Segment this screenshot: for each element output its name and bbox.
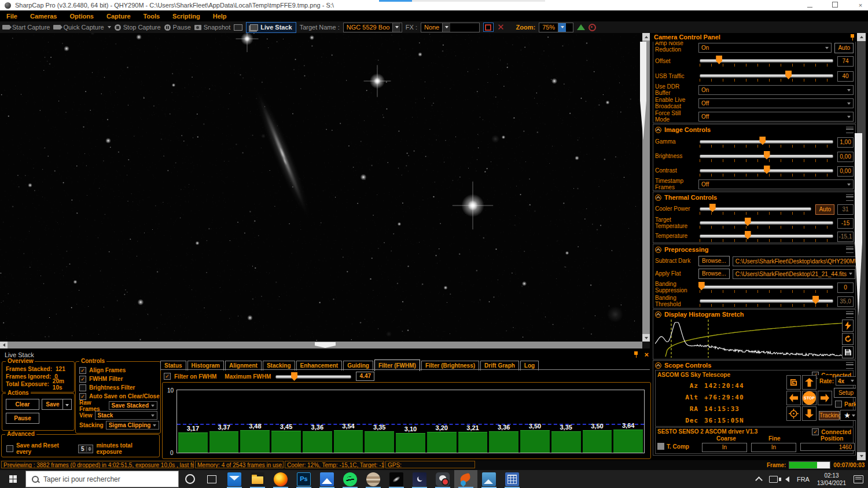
menu-item[interactable]: Help xyxy=(207,13,233,20)
menu-item[interactable]: Options xyxy=(63,13,100,20)
apply-flat-browse-button[interactable]: Browse... xyxy=(698,269,730,279)
collapse-icon[interactable] xyxy=(655,127,661,133)
gamma-slider[interactable] xyxy=(698,137,834,148)
save-dropdown-button[interactable] xyxy=(62,399,72,410)
pin-icon[interactable] xyxy=(850,34,855,41)
stack-option-select[interactable]: Stack xyxy=(95,411,157,420)
offset-value[interactable]: 74 xyxy=(837,56,854,67)
menu-icon[interactable] xyxy=(846,311,854,318)
stack-option-select[interactable]: Sigma Clipping xyxy=(106,421,160,430)
target-temperature-slider[interactable] xyxy=(698,218,834,229)
contrast-slider[interactable] xyxy=(698,166,834,177)
tcomp-checkbox[interactable]: T. Comp xyxy=(657,443,689,450)
cortana-button[interactable] xyxy=(179,470,201,488)
slew-up-button[interactable] xyxy=(802,375,816,390)
rate-select[interactable]: 4x xyxy=(836,376,856,386)
menu-icon[interactable] xyxy=(846,127,854,133)
menu-icon[interactable] xyxy=(846,362,854,369)
live-stack-button[interactable]: Live Stack xyxy=(246,22,296,33)
scroll-left-icon[interactable] xyxy=(0,342,8,348)
image-vertical-scrollbar[interactable] xyxy=(642,33,650,342)
menu-icon[interactable] xyxy=(846,195,854,201)
fine-in-button[interactable]: In xyxy=(751,443,796,452)
subtract-dark-browse-button[interactable]: Browse... xyxy=(698,256,730,266)
contrast-value[interactable]: 0,00 xyxy=(837,166,854,177)
taskbar-app-sharpcap[interactable] xyxy=(454,470,477,488)
cooler-power-slider[interactable] xyxy=(698,204,812,215)
taskbar-app-planet[interactable] xyxy=(362,470,385,488)
panel-scrollbar[interactable] xyxy=(857,33,866,460)
brightness-slider[interactable] xyxy=(698,151,834,163)
goto-star-button[interactable]: ★ xyxy=(840,410,856,421)
menu-item[interactable]: Scripting xyxy=(166,13,207,20)
cooler-auto-button[interactable]: Auto xyxy=(815,204,834,215)
maximum-fwhm-slider[interactable] xyxy=(274,372,352,381)
roi-select-button[interactable] xyxy=(483,23,494,32)
scroll-up-icon[interactable] xyxy=(857,33,866,41)
slew-stop-button[interactable]: STOP xyxy=(802,391,816,405)
collapse-icon[interactable] xyxy=(655,311,661,318)
tray-expand-icon[interactable] xyxy=(755,476,763,484)
image-horizontal-scrollbar[interactable] xyxy=(0,342,650,348)
collapse-icon[interactable] xyxy=(655,362,661,369)
language-indicator[interactable]: FRA xyxy=(797,476,810,483)
live-broadcast-select[interactable]: Off xyxy=(698,98,854,108)
maximize-button[interactable] xyxy=(831,2,839,9)
save-reset-checkbox[interactable] xyxy=(6,445,13,452)
banding-suppression-slider[interactable] xyxy=(698,282,834,293)
auto-stretch-button[interactable] xyxy=(842,320,854,332)
stack-option-checkbox[interactable]: Brightness Filter xyxy=(76,383,160,392)
minutes-stepper[interactable]: 5 xyxy=(78,445,94,453)
notification-center-icon[interactable] xyxy=(854,475,863,483)
clear-roi-button[interactable]: ✕ xyxy=(497,23,505,31)
scroll-down-icon[interactable] xyxy=(857,452,866,460)
maximum-fwhm-value[interactable]: 4.47 xyxy=(356,372,374,381)
taskbar-app-photos[interactable] xyxy=(315,470,339,488)
pause-stack-button[interactable]: Pause xyxy=(6,413,39,424)
scrollbar-thumb[interactable] xyxy=(315,342,336,348)
zoom-select[interactable]: 75% xyxy=(539,23,573,32)
stop-capture-button[interactable]: Stop Capture xyxy=(115,24,161,31)
target-name-select[interactable]: NGC 5529 Boo xyxy=(343,23,402,32)
coarse-in-button[interactable]: In xyxy=(702,443,747,452)
minimize-button[interactable] xyxy=(806,2,814,9)
snapshot-button[interactable]: Snapshot xyxy=(194,24,230,31)
usb-traffic-slider[interactable] xyxy=(698,71,834,82)
park-checkbox[interactable]: Park xyxy=(835,401,856,408)
amp-noise-select[interactable]: On xyxy=(698,43,832,53)
spiral-search-button[interactable] xyxy=(786,375,801,390)
slew-down-button[interactable] xyxy=(802,406,816,421)
slew-right-button[interactable] xyxy=(818,391,832,405)
speaker-icon[interactable] xyxy=(785,476,789,482)
taskbar-app-spotify[interactable] xyxy=(339,470,362,488)
menu-icon[interactable] xyxy=(846,247,854,253)
histogram-plot[interactable] xyxy=(655,320,845,358)
usb-traffic-value[interactable]: 40 xyxy=(837,71,854,82)
timestamp-frames-select[interactable]: Off xyxy=(698,179,854,189)
taskbar-app-explorer[interactable] xyxy=(246,470,269,488)
menu-item[interactable]: Capture xyxy=(100,13,137,20)
save-button[interactable]: Save xyxy=(42,399,64,410)
clock[interactable]: 02:1313/04/2021 xyxy=(817,472,846,487)
tracking-button[interactable]: Tracking xyxy=(819,411,840,420)
pause-button[interactable]: Pause xyxy=(164,24,191,31)
gamma-value[interactable]: 1,00 xyxy=(837,137,854,148)
scroll-down-icon[interactable] xyxy=(642,334,650,342)
taskbar-app-discord[interactable] xyxy=(431,470,454,488)
collapse-icon[interactable] xyxy=(655,247,661,253)
taskbar-app-viewer[interactable] xyxy=(477,470,501,488)
stack-option-select[interactable]: Save Stacked xyxy=(109,401,158,410)
center-target-button[interactable] xyxy=(786,406,801,421)
save-stretch-button[interactable] xyxy=(842,346,854,358)
taskbar-search[interactable]: Taper ici pour rechercher xyxy=(25,471,179,487)
auto-stretch-icon[interactable] xyxy=(577,24,585,30)
scope-setup-button[interactable]: Setup xyxy=(834,388,856,398)
display-tray-icon[interactable] xyxy=(769,476,778,483)
collapse-icon[interactable] xyxy=(655,195,661,201)
menu-item[interactable]: Tools xyxy=(137,13,167,20)
brightness-value[interactable]: 0,00 xyxy=(837,152,854,162)
taskbar-app-astro[interactable] xyxy=(408,470,431,488)
offset-slider[interactable] xyxy=(698,56,834,67)
start-capture-button[interactable]: Start Capture xyxy=(2,24,50,31)
amp-noise-auto-button[interactable]: Auto xyxy=(834,43,854,53)
